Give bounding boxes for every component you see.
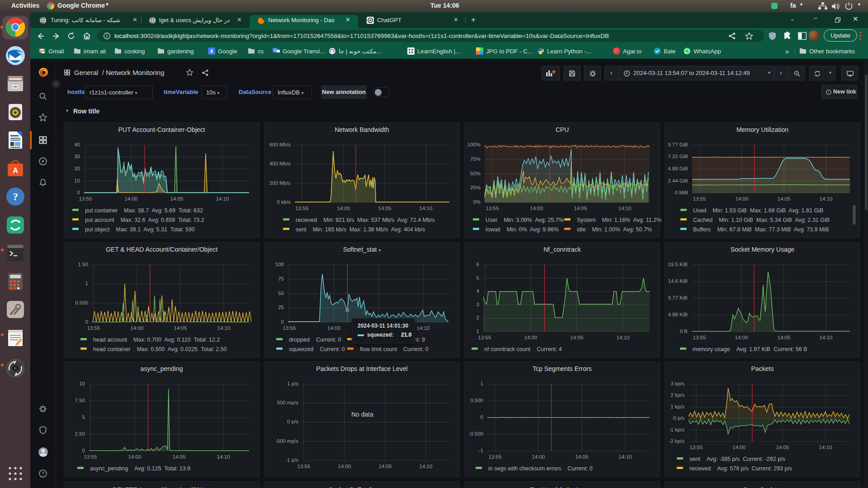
svg-text:G: G	[274, 49, 276, 52]
svg-text:A: A	[13, 167, 18, 174]
svg-text:?: ?	[13, 191, 18, 202]
svg-text:8: 8	[210, 49, 213, 54]
svg-text:?: ?	[42, 471, 44, 476]
